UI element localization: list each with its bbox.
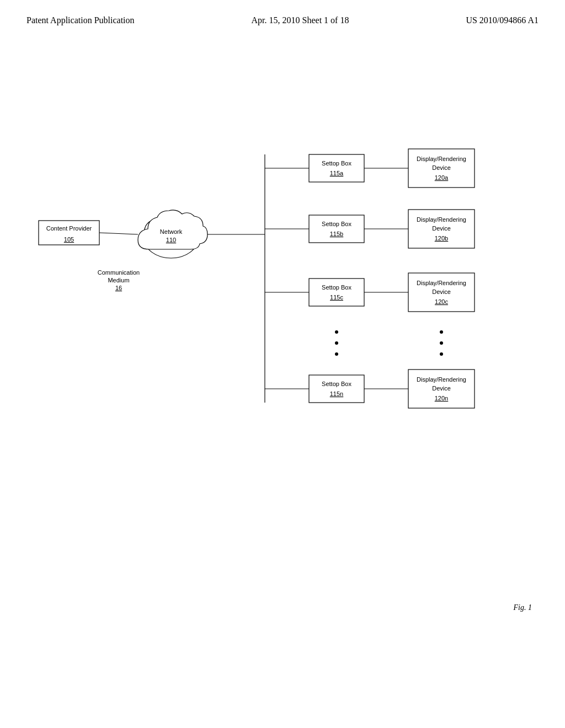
header-left: Patent Application Publication <box>26 15 135 25</box>
svg-text:Settop Box: Settop Box <box>322 221 351 227</box>
svg-point-29 <box>335 352 338 356</box>
network-cloud: Network 110 <box>138 210 207 258</box>
comm-medium-id: 16 <box>115 285 122 291</box>
svg-text:Display/Rendering: Display/Rendering <box>417 376 466 383</box>
svg-text:Device: Device <box>432 288 451 295</box>
content-provider-label: Content Provider <box>46 225 92 232</box>
svg-text:115b: 115b <box>330 231 343 237</box>
svg-rect-24 <box>309 375 364 403</box>
fig-label: Fig. 1 <box>514 603 532 612</box>
svg-rect-16 <box>309 215 364 243</box>
svg-text:Network: Network <box>160 228 183 235</box>
svg-text:Settop Box: Settop Box <box>322 381 351 387</box>
header-center: Apr. 15, 2010 Sheet 1 of 18 <box>252 15 349 25</box>
svg-line-8 <box>99 233 138 234</box>
svg-text:120n: 120n <box>435 395 448 402</box>
svg-text:120a: 120a <box>435 174 449 181</box>
svg-point-46 <box>440 341 443 345</box>
svg-text:Device: Device <box>432 164 451 171</box>
svg-text:Display/Rendering: Display/Rendering <box>417 156 466 162</box>
svg-text:Device: Device <box>432 225 451 232</box>
comm-medium-label1: Communication <box>98 269 140 276</box>
svg-text:Display/Rendering: Display/Rendering <box>417 280 466 286</box>
svg-text:110: 110 <box>166 237 176 243</box>
header-right: US 2010/094866 A1 <box>466 15 539 25</box>
svg-text:Display/Rendering: Display/Rendering <box>417 216 466 223</box>
svg-text:Device: Device <box>432 385 451 392</box>
svg-point-27 <box>335 330 338 334</box>
svg-text:120c: 120c <box>435 298 448 305</box>
svg-text:Settop Box: Settop Box <box>322 284 351 291</box>
svg-text:Settop Box: Settop Box <box>322 160 351 167</box>
svg-rect-20 <box>309 279 364 306</box>
svg-point-45 <box>440 330 443 334</box>
svg-point-28 <box>335 341 338 345</box>
diagram-area: Content Provider 105 Network 110 Communi… <box>28 88 535 474</box>
svg-text:115n: 115n <box>330 390 343 397</box>
svg-text:120b: 120b <box>435 235 448 242</box>
comm-medium-label2: Medium <box>108 277 129 283</box>
svg-rect-12 <box>309 154 364 182</box>
page-header: Patent Application Publication Apr. 15, … <box>0 0 565 25</box>
svg-text:115c: 115c <box>330 294 343 301</box>
content-provider-id: 105 <box>64 236 74 243</box>
svg-text:115a: 115a <box>330 170 344 176</box>
svg-point-47 <box>440 352 443 356</box>
